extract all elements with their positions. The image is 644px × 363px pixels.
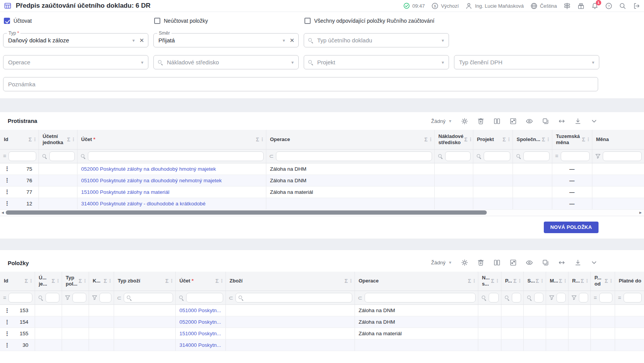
column-header-typ-polozky[interactable]: Typ pol...Σ⋮ <box>62 272 89 291</box>
table-row[interactable]: ⋮154 052000 Poskytn... Záloha na DHM <box>0 316 644 328</box>
equals-operator-icon[interactable]: = <box>3 153 6 159</box>
grid-fit-width-button[interactable] <box>558 259 565 266</box>
scrollbar-thumb[interactable] <box>6 210 487 215</box>
equals-operator-icon[interactable]: = <box>618 295 621 301</box>
column-header-operace[interactable]: OperaceΣ⋮ <box>355 272 478 291</box>
column-header-ucet[interactable]: Účet *Σ⋮ <box>77 130 266 149</box>
vsechny-checkbox-box[interactable] <box>304 18 311 24</box>
column-menu-icon[interactable]: ⋮ <box>495 278 499 284</box>
projekt-input[interactable] <box>316 59 441 66</box>
column-menu-icon[interactable]: ⋮ <box>349 278 353 284</box>
grid-delete-button[interactable] <box>477 259 484 266</box>
row-menu-icon[interactable]: ⋮ <box>4 200 10 207</box>
contains-operator-icon[interactable]: ⊂ <box>229 295 234 301</box>
table-row[interactable]: ⋮12 314000 Poskytnuté zálohy - dlouhodob… <box>0 198 644 209</box>
filter-input-operace[interactable] <box>365 293 475 302</box>
grid-columns-button[interactable] <box>493 118 501 125</box>
search-icon[interactable] <box>42 154 47 159</box>
projekt-field[interactable]: ▾ <box>304 55 449 69</box>
milestones-button[interactable] <box>563 2 571 10</box>
search-icon[interactable] <box>38 295 43 300</box>
grid-export-button[interactable] <box>574 118 582 125</box>
funnel-icon[interactable] <box>549 295 554 300</box>
filter-input-platne-do[interactable] <box>624 293 642 302</box>
column-header-operace[interactable]: OperaceΣ⋮ <box>266 130 434 149</box>
filter-input-projekt[interactable] <box>484 151 510 161</box>
account-link[interactable]: 052000 Poskytnuté zálohy na dlouhodobý h… <box>81 166 216 172</box>
column-menu-icon[interactable]: ⋮ <box>586 137 590 142</box>
column-header-id[interactable]: IdΣ⋮ <box>0 272 35 291</box>
grid-fit-width-button[interactable] <box>558 118 565 125</box>
column-header-projekt[interactable]: ProjektΣ⋮ <box>473 130 513 149</box>
typ-uctniho-dokladu-field[interactable]: ▾ <box>304 33 449 47</box>
column-header-typ-zbozi[interactable]: Typ zbožíΣ⋮ <box>114 272 175 291</box>
column-menu-icon[interactable]: ⋮ <box>170 278 174 284</box>
filter-input-tuzemska-mena[interactable] <box>561 151 590 161</box>
column-menu-icon[interactable]: ⋮ <box>546 137 550 142</box>
contains-operator-icon[interactable]: ⊂ <box>269 153 274 159</box>
search-icon[interactable] <box>438 154 443 159</box>
column-header-r[interactable]: R...Σ⋮ <box>568 272 590 291</box>
equals-operator-icon[interactable]: = <box>555 153 558 159</box>
filter-input-nakladove-stredisko[interactable] <box>445 151 471 161</box>
column-menu-icon[interactable]: ⋮ <box>585 278 589 284</box>
search-icon[interactable] <box>481 295 486 300</box>
grid-focus-button[interactable] <box>542 259 549 266</box>
account-link[interactable]: 051000 Poskytnuté zálohy na dlouhodobý n… <box>81 178 222 183</box>
contains-operator-icon[interactable]: ⊂ <box>358 295 363 301</box>
equals-operator-icon[interactable]: = <box>594 295 597 301</box>
aggregate-icon[interactable]: Σ <box>464 136 467 143</box>
column-menu-icon[interactable]: ⋮ <box>220 278 224 284</box>
chevron-down-icon[interactable]: ▾ <box>282 38 285 43</box>
chevron-down-icon[interactable]: ▾ <box>592 60 594 65</box>
filter-input-typ-polozky[interactable] <box>72 293 86 302</box>
grid-focus-button[interactable] <box>542 118 549 125</box>
column-header-mena[interactable]: Měna <box>592 130 644 149</box>
grid-collapse-button[interactable] <box>590 259 598 266</box>
column-header-nakladove-stredisko[interactable]: N... s...Σ⋮ <box>478 272 501 291</box>
column-header-zbozi[interactable]: ZbožíΣ⋮ <box>225 272 355 291</box>
typ-field[interactable]: Typ * ▾ ✕ <box>3 33 148 47</box>
column-menu-icon[interactable]: ⋮ <box>472 278 476 284</box>
column-header-tuzemska-mena[interactable]: Tuzemská měnaΣ⋮ <box>552 130 592 149</box>
chevron-down-icon[interactable]: ▾ <box>442 38 444 43</box>
account-link[interactable]: 151000 Poskytn... <box>180 331 221 336</box>
currency-selector[interactable]: $ Výchozí <box>431 2 459 10</box>
funnel-icon[interactable] <box>92 295 97 300</box>
table-row[interactable]: ⋮153 051000 Poskytn... Záloha na DNM <box>0 305 644 316</box>
column-header-s[interactable]: S...Σ⋮ <box>523 272 546 291</box>
aggregate-icon[interactable]: Σ <box>67 136 70 143</box>
filter-input-ucet[interactable] <box>88 151 264 161</box>
search-icon[interactable] <box>504 295 509 300</box>
table-row[interactable]: ⋮75 052000 Poskytnuté zálohy na dlouhodo… <box>0 163 644 175</box>
grid-columns-button[interactable] <box>493 259 501 266</box>
equals-operator-icon[interactable]: = <box>3 295 6 301</box>
chevron-down-icon[interactable]: ▾ <box>442 60 444 65</box>
aggregate-icon[interactable]: Σ <box>79 278 82 284</box>
poznamka-field[interactable] <box>3 77 598 91</box>
account-link[interactable]: 051000 Poskytn... <box>180 308 221 313</box>
grid-collapse-button[interactable] <box>590 118 598 125</box>
column-menu-icon[interactable]: ⋮ <box>468 137 472 142</box>
aggregate-icon[interactable]: Σ <box>582 136 585 143</box>
help-button[interactable]: ? <box>605 2 612 10</box>
filter-input-id[interactable] <box>8 151 36 161</box>
aggregate-icon[interactable]: Σ <box>468 278 471 284</box>
row-menu-icon[interactable]: ⋮ <box>4 342 10 349</box>
column-menu-icon[interactable]: ⋮ <box>609 278 613 284</box>
smer-input[interactable] <box>158 37 282 44</box>
account-link[interactable]: 314000 Poskytn... <box>180 342 221 348</box>
column-menu-icon[interactable]: ⋮ <box>540 278 544 284</box>
aggregate-icon[interactable]: Σ <box>559 278 562 284</box>
group-by-dropdown[interactable]: Žádný ▾ <box>431 260 452 266</box>
funnel-icon[interactable] <box>65 295 70 300</box>
clear-icon[interactable]: ✕ <box>289 37 294 44</box>
row-menu-icon[interactable]: ⋮ <box>4 319 10 326</box>
filter-input-ucetni-jednotka[interactable] <box>49 151 75 161</box>
column-header-id[interactable]: IdΣ⋮ <box>0 130 39 149</box>
filter-input-spolecnost[interactable] <box>523 151 550 161</box>
aggregate-icon[interactable]: Σ <box>605 278 608 284</box>
search-icon[interactable] <box>179 295 184 300</box>
checkbox-neuctovat-polozky[interactable]: Neúčtovat položky <box>154 18 304 24</box>
row-menu-icon[interactable]: ⋮ <box>4 188 10 195</box>
